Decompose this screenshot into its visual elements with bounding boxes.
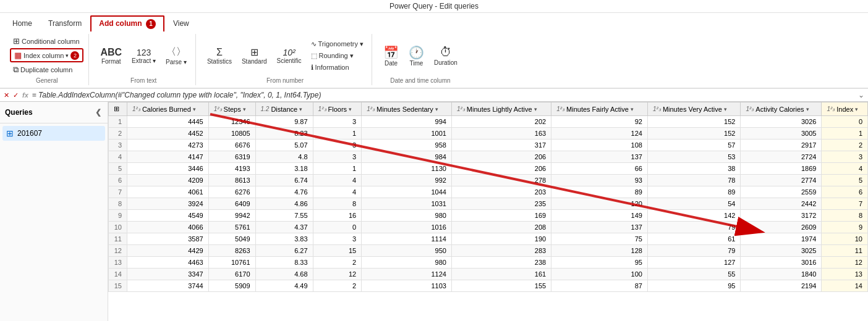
time-button[interactable]: 🕐 Time [405,43,428,69]
minutes-fairly-dropdown[interactable]: ▾ [631,106,634,112]
col-header-minutes-sedentary[interactable]: 1²₃ Minutes Sedentary ▾ [362,102,452,116]
general-group-items: ⊞ Conditional column ▦ Index column ▾ 2 … [10,35,83,76]
data-cell: 1103 [362,280,452,292]
data-cell: 1 [313,163,362,175]
data-area[interactable]: ⊞ 1²₃ Calories Burned ▾ 1²₃ [108,102,868,321]
col-header-minutes-very-active[interactable]: 1²₃ Minutes Very Active ▾ [647,102,740,116]
row-number-cell: 11 [109,233,127,245]
data-cell: 38 [647,163,740,175]
data-cell: 3924 [127,198,209,210]
col-header-activity-calories[interactable]: 1²₃ Activity Calories ▾ [741,102,822,116]
right-number-btns: ∿ Trigonometry ▾ ⬚ Rounding ▾ ℹ Informat… [308,39,367,73]
col-header-steps[interactable]: 1²₃ Steps ▾ [208,102,255,116]
data-cell: 3016 [741,257,822,269]
minutes-lightly-dropdown[interactable]: ▾ [534,106,537,112]
index-column-button[interactable]: ▦ Index column ▾ 2 [10,48,83,62]
scientific-button[interactable]: 10² Scientific [273,46,305,66]
data-cell: 75 [551,233,648,245]
data-cell: 10761 [208,257,255,269]
row-number-cell: 4 [109,151,127,163]
tab-view[interactable]: View [166,17,197,30]
floors-col-label: Floors [328,106,347,113]
duration-button[interactable]: ⏱ Duration [430,43,461,68]
col-header-minutes-fairly-active[interactable]: 1²₃ Minutes Fairly Active ▾ [551,102,648,116]
trigonometry-button[interactable]: ∿ Trigonometry ▾ [308,39,367,49]
date-time-group-items: 📅 Date 🕐 Time ⏱ Duration [380,35,461,76]
statistics-label: Statistics [207,58,232,65]
distance-dropdown[interactable]: ▾ [299,106,302,112]
extract-icon: 123 [137,48,151,57]
formula-expand-icon[interactable]: ⌄ [858,91,864,99]
data-cell: 6 [822,186,868,198]
standard-icon: ⊞ [250,46,258,58]
table-row: 11358750493.83311141907561197410 [109,233,868,245]
format-label: Format [101,58,121,65]
col-header-minutes-lightly-active[interactable]: 1²₃ Minutes Lightly Active ▾ [451,102,551,116]
data-cell: 53 [647,151,740,163]
tab-add-column[interactable]: Add column 1 [90,15,164,31]
calories-burned-dropdown[interactable]: ▾ [193,106,196,112]
data-cell: 3025 [741,245,822,257]
tab-home[interactable]: Home [5,17,40,30]
data-cell: 4.86 [255,198,313,210]
date-button[interactable]: 📅 Date [380,43,402,69]
duplicate-column-icon: ⧉ [13,65,19,75]
data-cell: 202 [451,116,551,128]
col-header-calories-burned[interactable]: 1²₃ Calories Burned ▾ [127,102,209,116]
minutes-very-dropdown[interactable]: ▾ [724,106,727,112]
from-text-label: From text [130,77,156,84]
query-item-201607[interactable]: ⊞ 201607 [2,126,105,141]
table-row: 14445123469.8739942029215230260 [109,116,868,128]
data-cell: 95 [647,280,740,292]
steps-dropdown[interactable]: ▾ [243,106,246,112]
data-cell: 4445 [127,116,209,128]
formula-check-icon[interactable]: ✓ [13,91,19,99]
data-cell: 10805 [208,128,255,140]
data-cell: 0 [313,222,362,233]
title-bar: Power Query - Edit queries [0,0,868,13]
queries-collapse-button[interactable]: ❮ [94,107,103,118]
steps-col-label: Steps [224,106,241,113]
queries-title: Queries [5,108,33,117]
general-group-label: General [36,77,58,84]
data-cell: 4.68 [255,269,313,280]
data-cell: 1031 [362,198,452,210]
index-dropdown[interactable]: ▾ [855,106,858,112]
data-cell: 3587 [127,233,209,245]
distance-col-label: Distance [271,106,297,113]
data-cell: 5 [822,175,868,186]
row-number-cell: 8 [109,198,127,210]
table-icon: ⊞ [114,105,119,112]
parse-button[interactable]: 〈〉 Parse ▾ [162,44,190,67]
data-cell: 4.37 [255,222,313,233]
data-cell: 203 [451,186,551,198]
data-cell: 3 [313,151,362,163]
standard-button[interactable]: ⊞ Standard [238,44,271,67]
data-cell: 950 [362,245,452,257]
data-cell: 57 [647,140,740,151]
rounding-button[interactable]: ⬚ Rounding ▾ [308,51,367,61]
data-cell: 235 [451,198,551,210]
tab-transform[interactable]: Transform [41,17,89,30]
duplicate-column-button[interactable]: ⧉ Duplicate column [10,64,83,76]
formula-close-icon[interactable]: ✕ [4,91,9,99]
floors-dropdown[interactable]: ▾ [349,106,352,112]
col-header-distance[interactable]: 1.2 Distance ▾ [255,102,313,116]
index-col-label: Index [836,106,853,113]
header-row: ⊞ 1²₃ Calories Burned ▾ 1²₃ [109,102,868,116]
data-cell: 93 [551,175,648,186]
col-header-index[interactable]: 1²₃ Index ▾ [822,102,868,116]
title-text: Power Query - Edit queries [389,2,479,10]
minutes-sedentary-dropdown[interactable]: ▾ [435,106,438,112]
formula-text[interactable]: = Table.AddIndexColumn(#"Changed column … [32,91,854,99]
col-header-floors[interactable]: 1²₃ Floors ▾ [313,102,362,116]
conditional-column-button[interactable]: ⊞ Conditional column [10,35,83,47]
extract-button[interactable]: 123 Extract ▾ [128,46,160,66]
statistics-button[interactable]: Σ Statistics [203,45,236,67]
table-row: 3427366765.0739583171085729172 [109,140,868,151]
data-cell: 6.74 [255,175,313,186]
activity-calories-dropdown[interactable]: ▾ [806,106,809,112]
format-button[interactable]: ABC Format [96,45,126,67]
information-button[interactable]: ℹ Information [308,62,367,73]
data-cell: 4.76 [255,186,313,198]
